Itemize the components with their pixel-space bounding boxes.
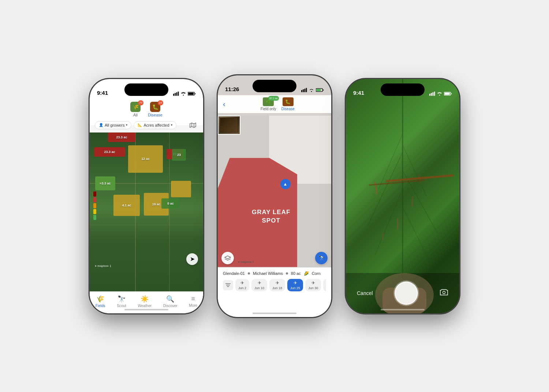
phone-3-screen: 9:41	[346, 79, 459, 313]
field-info-row: Glendale-01 Michael Williams 80 ac 🌽 Cor…	[223, 271, 326, 276]
acres-icon: 📐	[138, 123, 142, 127]
tab-disease[interactable]: 🐛 24 Disease	[148, 102, 163, 117]
flight-filter-btn[interactable]	[223, 280, 233, 290]
status-icons-1	[173, 92, 196, 96]
fields-icon: 🌾	[96, 295, 104, 303]
svg-rect-5	[195, 93, 195, 94]
svg-rect-0	[173, 94, 174, 96]
tab-disease-2[interactable]: 🐛 Disease	[281, 97, 295, 111]
status-icons-3	[429, 92, 452, 96]
field-2-label: 23.3 ac	[104, 150, 115, 154]
home-indicator-2	[253, 313, 296, 314]
nav-more[interactable]: ≡ More	[189, 295, 197, 307]
svg-line-18	[368, 152, 403, 225]
nav-fields-label: Fields	[96, 304, 105, 308]
signal-icon-3	[429, 92, 435, 96]
flight-date-jun2[interactable]: ✈ Jun 2	[235, 279, 249, 291]
location-pin: ▲	[280, 179, 291, 189]
flight-date-jun25[interactable]: ✈ Jun 25	[287, 279, 303, 291]
nav-fields[interactable]: 🌾 Fields	[96, 295, 105, 308]
camera-flip-btn[interactable]	[440, 288, 448, 299]
map-view-btn[interactable]	[188, 120, 198, 130]
field-3: 12 ac	[128, 145, 163, 173]
field-grower: Michael Williams	[253, 271, 283, 276]
disease-name-label: GRAY LEAFSPOT	[252, 208, 290, 224]
tab-disease-label: Disease	[148, 113, 163, 117]
field-3-label: 12 ac	[141, 157, 150, 161]
phone-2: 11:26	[218, 75, 331, 317]
status-time-1: 9:41	[97, 90, 108, 96]
field-9: 23	[172, 149, 186, 161]
tab-all-badge: 76	[138, 100, 143, 105]
binoculars-btn[interactable]: 🔭	[315, 252, 328, 264]
filter-acres[interactable]: 📐 Acres affected ▾	[134, 121, 176, 129]
status-time-2: 11:26	[225, 86, 239, 92]
scale-low	[93, 215, 96, 220]
battery-icon-2	[316, 88, 324, 92]
field-10	[171, 181, 191, 197]
flight-date-jun25-label: Jun 25	[290, 286, 300, 290]
camera-cancel-btn[interactable]: Cancel	[357, 290, 373, 296]
nav-discover[interactable]: 🔍 Discover	[163, 295, 178, 308]
phone1-top-bar: 🌾 76 All 🐛 24 Disease	[90, 99, 203, 132]
flight-date-jun30[interactable]: ✈ Jun 30	[305, 279, 321, 291]
growers-icon: 👤	[99, 123, 103, 127]
flight-date-jun18[interactable]: ✈ Jun 18	[269, 279, 285, 291]
scale-med	[93, 203, 96, 208]
tab-disease-badge: 24	[158, 100, 163, 105]
scout-icon: 🔭	[117, 295, 126, 303]
tab-disease-2-label: Disease	[281, 107, 295, 111]
svg-point-38	[443, 291, 445, 294]
phone1-tabs: 🌾 76 All 🐛 24 Disease	[95, 102, 198, 117]
phone2-top-bar: ‹ 🌿 67.1 ac Field only 🐛	[218, 95, 331, 113]
camera-bottom-ui: Cancel	[346, 273, 459, 313]
filter-icon	[225, 283, 231, 287]
camera-shutter-btn[interactable]	[395, 281, 418, 305]
battery-icon-3	[444, 92, 452, 96]
flight-date-jun10[interactable]: ✈ Jun 10	[251, 279, 267, 291]
flight-date-jun10-label: Jun 10	[254, 286, 264, 290]
field-1: 23.3 ac	[108, 132, 135, 142]
thumbnail-inner	[220, 118, 238, 132]
nav-scout[interactable]: 🔭 Scout	[117, 295, 126, 308]
flight-date-jul11[interactable]: ✈ Jul 11	[323, 279, 326, 291]
map-controls-left	[221, 252, 234, 264]
svg-rect-9	[304, 89, 305, 92]
field-5: ≈3.3 ac	[95, 176, 115, 190]
tab-all-badge-container: 🌾 76	[130, 102, 141, 112]
back-button[interactable]: ‹	[223, 100, 225, 108]
growers-chevron: ▾	[126, 123, 127, 127]
map-area[interactable]: 23.3 ac 23.3 ac 12 ac 23 ≈3.3 ac 4.1 ac	[90, 125, 203, 291]
flight-date-jun2-label: Jun 2	[238, 286, 246, 290]
phone2-tabs: 🌿 67.1 ac Field only 🐛 Disease	[229, 97, 326, 111]
svg-rect-13	[316, 89, 321, 91]
dynamic-island-2	[253, 80, 296, 92]
discover-icon: 🔍	[166, 295, 174, 303]
nav-weather-label: Weather	[138, 304, 152, 308]
layers-btn[interactable]	[221, 252, 234, 264]
binoculars-icon: 🔭	[318, 255, 325, 261]
nav-weather[interactable]: ☀️ Weather	[138, 295, 152, 308]
svg-rect-8	[303, 89, 304, 92]
flight-icon-5: ✈	[311, 280, 315, 285]
tab-field-only-label: Field only	[261, 107, 276, 111]
separator-dot-2	[286, 272, 288, 275]
flight-icon-1: ✈	[240, 280, 244, 285]
compass-btn[interactable]: ➤	[186, 253, 198, 265]
svg-line-21	[403, 207, 430, 262]
filter-growers[interactable]: 👤 All growers ▾	[95, 121, 131, 129]
phone-1-screen: 9:41	[90, 79, 203, 313]
acres-label: Acres affected	[143, 123, 169, 127]
nav-discover-label: Discover	[163, 304, 178, 308]
svg-rect-1	[175, 93, 176, 96]
mapbox-logo-1: ● mapbox ℹ	[95, 264, 111, 268]
svg-rect-32	[431, 93, 432, 96]
field-8: 0 ac	[161, 198, 180, 209]
weather-icon: ☀️	[141, 295, 149, 303]
tab-field-only[interactable]: 🌿 67.1 ac Field only	[261, 97, 276, 111]
disease-map[interactable]: GRAY LEAFSPOT ▲	[218, 116, 331, 267]
nav-scout-label: Scout	[117, 304, 126, 308]
nav-more-label: More	[189, 303, 197, 307]
layers-icon	[224, 255, 231, 261]
tab-all[interactable]: 🌾 76 All	[130, 102, 141, 117]
